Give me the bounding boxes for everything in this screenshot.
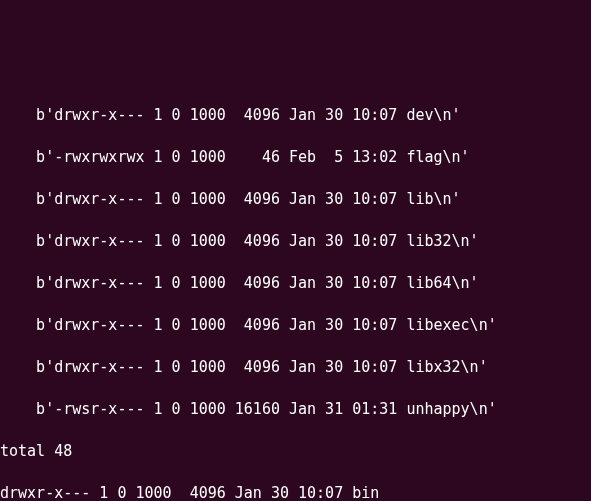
raw-bytes-line: b'drwxr-x--- 1 0 1000 4096 Jan 30 10:07 …	[0, 273, 591, 294]
raw-bytes-line: b'drwxr-x--- 1 0 1000 4096 Jan 30 10:07 …	[0, 189, 591, 210]
raw-bytes-line: b'drwxr-x--- 1 0 1000 4096 Jan 30 10:07 …	[0, 231, 591, 252]
ls-line: drwxr-x--- 1 0 1000 4096 Jan 30 10:07 bi…	[0, 483, 591, 501]
raw-bytes-line: b'drwxr-x--- 1 0 1000 4096 Jan 30 10:07 …	[0, 105, 591, 126]
raw-bytes-line: b'-rwsr-x--- 1 0 1000 16160 Jan 31 01:31…	[0, 399, 591, 420]
raw-bytes-line: b'-rwxrwxrwx 1 0 1000 46 Feb 5 13:02 fla…	[0, 147, 591, 168]
ls-total-line: total 48	[0, 441, 591, 462]
terminal-output[interactable]: b'drwxr-x--- 1 0 1000 4096 Jan 30 10:07 …	[0, 84, 591, 501]
raw-bytes-line: b'drwxr-x--- 1 0 1000 4096 Jan 30 10:07 …	[0, 315, 591, 336]
raw-bytes-line: b'drwxr-x--- 1 0 1000 4096 Jan 30 10:07 …	[0, 357, 591, 378]
